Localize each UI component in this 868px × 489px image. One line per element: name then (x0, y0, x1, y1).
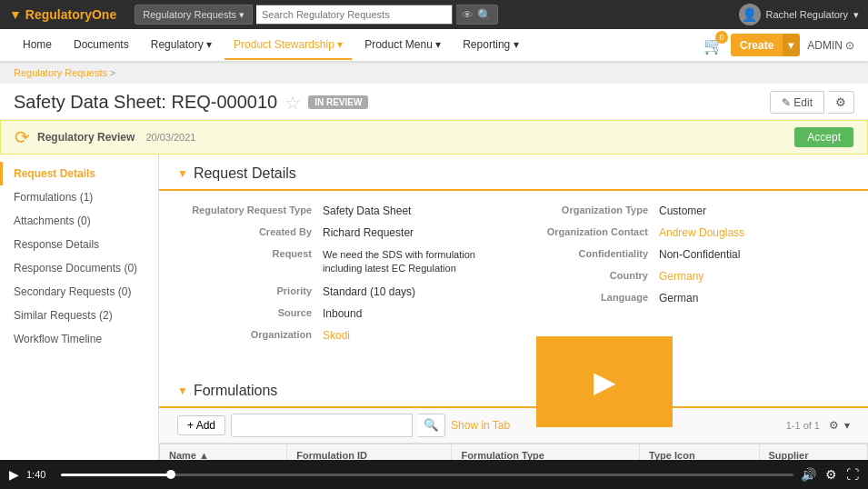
formulations-collapse-icon[interactable]: ▼ (177, 384, 188, 397)
detail-value-confidentiality: Non-Confidential (659, 248, 740, 261)
logo-icon: ▼ (9, 7, 22, 22)
review-label: Regulatory Review (37, 131, 135, 144)
nav-product-stewardship[interactable]: Product Stewardship ▾ (224, 31, 352, 60)
detail-label-confidentiality: Confidentiality (514, 248, 659, 259)
top-bar: ▼ RegulatoryOne Regulatory Requests ▾ 👁 … (0, 0, 868, 29)
detail-row-created-by: Created By Richard Requester (177, 226, 514, 239)
user-avatar: 👤 (739, 4, 761, 25)
content-wrapper: ▼ Request Details ▶ Regulatory Request T… (159, 155, 868, 489)
sidebar-item-request-details[interactable]: Request Details (0, 162, 158, 185)
nav-documents[interactable]: Documents (65, 31, 138, 60)
admin-button[interactable]: ADMIN ⊙ (807, 39, 854, 52)
detail-row-request: Request We need the SDS with formulation… (177, 248, 514, 276)
star-icon[interactable]: ☆ (284, 92, 301, 114)
page-title: Safety Data Sheet: REQ-000010 ☆ IN REVIE… (14, 92, 368, 114)
formulations-search-input[interactable] (231, 414, 413, 437)
video-progress-bar[interactable] (61, 474, 793, 476)
detail-row-priority: Priority Standard (10 days) (177, 285, 514, 298)
add-formulation-button[interactable]: + Add (177, 415, 225, 435)
status-badge: IN REVIEW (308, 95, 368, 109)
detail-row-country: Country Germany (514, 270, 850, 283)
page-header: Safety Data Sheet: REQ-000010 ☆ IN REVIE… (0, 84, 868, 120)
detail-left-col: Regulatory Request Type Safety Data Shee… (177, 205, 514, 351)
user-menu[interactable]: 👤 Rachel Regulatory ▾ (739, 4, 860, 25)
detail-row-organization: Organization Skodi (177, 329, 514, 342)
content-area: ▼ Request Details ▶ Regulatory Request T… (159, 155, 868, 489)
formulations-search-icon: 🔍 (424, 418, 439, 432)
review-banner: ⟳ Regulatory Review 20/03/2021 Accept (0, 120, 868, 155)
app-logo[interactable]: ▼ RegulatoryOne (9, 7, 116, 22)
formulations-count: 1-1 of 1 (786, 420, 820, 431)
page-gear-button[interactable]: ⚙ (828, 91, 854, 114)
detail-row-type: Regulatory Request Type Safety Data Shee… (177, 205, 514, 217)
edit-button[interactable]: ✎ Edit (770, 91, 824, 114)
detail-value-created-by: Richard Requester (323, 226, 414, 239)
user-name: Rachel Regulatory (766, 9, 849, 20)
detail-label-language: Language (514, 292, 659, 303)
detail-label-country: Country (514, 270, 659, 281)
detail-value-organization[interactable]: Skodi (323, 329, 350, 342)
nav-regulatory[interactable]: Regulatory ▾ (142, 31, 221, 60)
review-banner-left: ⟳ Regulatory Review 20/03/2021 (15, 126, 195, 148)
nav-home[interactable]: Home (14, 31, 61, 60)
accept-button[interactable]: Accept (794, 127, 853, 147)
cart-button[interactable]: 🛒 0 (703, 35, 723, 55)
title-text: Safety Data Sheet: REQ-000010 (14, 92, 277, 113)
search-icon[interactable]: 🔍 (477, 8, 492, 22)
video-progress-fill (61, 474, 171, 476)
detail-row-org-type: Organization Type Customer (514, 205, 850, 217)
formulations-search-button[interactable]: 🔍 (418, 414, 445, 437)
sidebar-item-secondary-requests[interactable]: Secondary Requests (0) (0, 280, 158, 304)
breadcrumb-link[interactable]: Regulatory Requests (14, 67, 107, 78)
sidebar-item-workflow-timeline[interactable]: Workflow Timeline (0, 327, 158, 351)
nav-bar: Home Documents Regulatory ▾ Product Stew… (0, 29, 868, 62)
detail-label-org-contact: Organization Contact (514, 226, 659, 237)
sidebar-item-attachments[interactable]: Attachments (0) (0, 209, 158, 233)
breadcrumb: Regulatory Requests > (0, 62, 868, 84)
detail-value-source: Inbound (323, 307, 362, 320)
video-play-icon: ▶ (594, 364, 616, 399)
sidebar-item-similar-requests[interactable]: Similar Requests (2) (0, 304, 158, 327)
sidebar-item-response-details[interactable]: Response Details (0, 233, 158, 256)
request-details-grid: Regulatory Request Type Safety Data Shee… (159, 191, 868, 364)
detail-row-org-contact: Organization Contact Andrew Douglass (514, 226, 850, 239)
nav-reporting[interactable]: Reporting ▾ (454, 31, 527, 60)
create-button[interactable]: Create (731, 34, 783, 56)
search-icons-area: 👁 🔍 (456, 5, 498, 25)
video-bar-right: 🔊 ⚙ ⛶ (801, 467, 859, 482)
sidebar: Request Details Formulations (1) Attachm… (0, 155, 159, 489)
video-overlay[interactable]: ▶ (536, 336, 673, 427)
detail-value-country[interactable]: Germany (659, 270, 703, 283)
app-name: RegulatoryOne (25, 7, 116, 22)
nav-product-menu[interactable]: Product Menu ▾ (355, 31, 450, 60)
request-details-section-header: ▼ Request Details (159, 155, 868, 191)
page-actions: ✎ Edit ⚙ (770, 91, 854, 114)
section-collapse-icon[interactable]: ▼ (177, 167, 188, 180)
formulations-toolbar: + Add 🔍 Show in Tab 1-1 of 1 ⚙ ▾ (159, 408, 868, 444)
detail-value-language: German (659, 292, 698, 304)
video-volume-icon[interactable]: 🔊 (801, 467, 816, 482)
show-in-tab-link[interactable]: Show in Tab (451, 419, 510, 432)
formulations-table-dropdown-icon[interactable]: ▾ (844, 419, 850, 432)
formulations-title: Formulations (194, 383, 277, 399)
video-settings-icon[interactable]: ⚙ (825, 467, 837, 482)
detail-label-org-type: Organization Type (514, 205, 659, 215)
search-input[interactable] (256, 5, 453, 25)
sidebar-item-formulations[interactable]: Formulations (1) (0, 185, 158, 209)
review-refresh-icon: ⟳ (15, 126, 30, 148)
video-fullscreen-icon[interactable]: ⛶ (846, 467, 859, 482)
user-arrow-icon: ▾ (853, 9, 859, 21)
video-play-button[interactable]: ▶ (9, 467, 19, 482)
search-bar: Regulatory Requests ▾ 👁 🔍 (135, 5, 498, 25)
create-dropdown-button[interactable]: ▾ (783, 34, 800, 56)
detail-value-org-contact[interactable]: Andrew Douglass (659, 226, 744, 239)
cart-badge: 0 (715, 31, 728, 44)
detail-label-organization: Organization (177, 329, 323, 340)
nav-right: 🛒 0 Create ▾ ADMIN ⊙ (703, 34, 854, 56)
sidebar-item-response-documents[interactable]: Response Documents (0) (0, 256, 158, 280)
breadcrumb-separator: > (110, 67, 115, 78)
detail-label-priority: Priority (177, 285, 323, 296)
search-dropdown[interactable]: Regulatory Requests ▾ (135, 5, 253, 25)
formulations-table-settings-icon[interactable]: ⚙ (829, 419, 839, 432)
detail-label-created-by: Created By (177, 226, 323, 237)
